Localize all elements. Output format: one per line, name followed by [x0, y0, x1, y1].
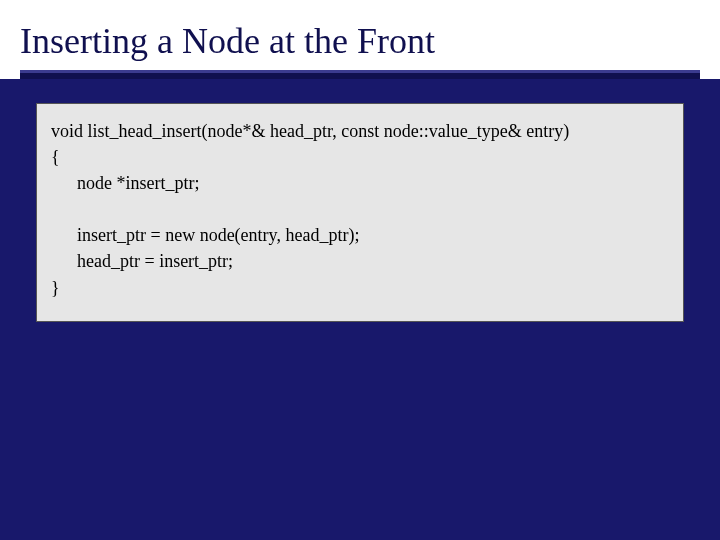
code-line: head_ptr = insert_ptr; [51, 248, 665, 274]
title-rule [20, 70, 700, 79]
code-box: void list_head_insert(node*& head_ptr, c… [36, 103, 684, 322]
code-line: node *insert_ptr; [51, 170, 665, 196]
header-area: Inserting a Node at the Front [0, 0, 720, 79]
slide-title: Inserting a Node at the Front [20, 20, 700, 70]
slide-body: void list_head_insert(node*& head_ptr, c… [0, 79, 720, 524]
code-line: void list_head_insert(node*& head_ptr, c… [51, 118, 665, 144]
code-line [51, 196, 665, 222]
code-line: insert_ptr = new node(entry, head_ptr); [51, 222, 665, 248]
code-line: } [51, 275, 665, 301]
code-line: { [51, 144, 665, 170]
